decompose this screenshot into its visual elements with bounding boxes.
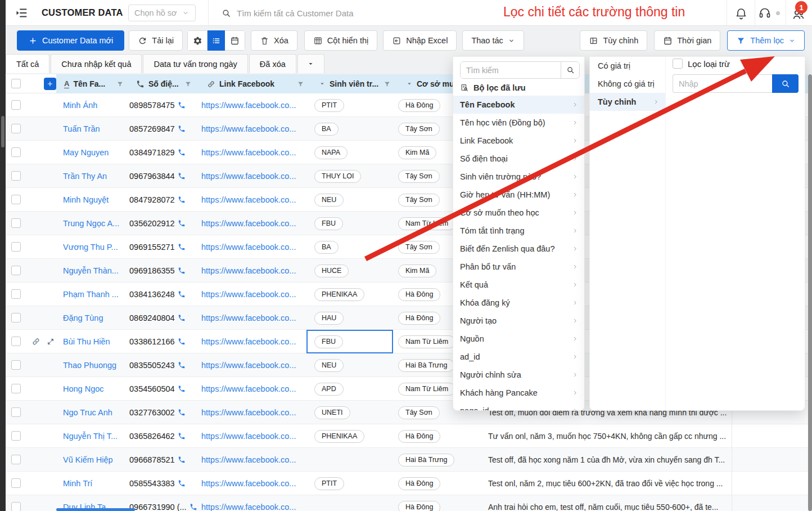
customer-name-link[interactable]: Minh Ánh: [63, 93, 126, 117]
row-checkbox[interactable]: [11, 407, 21, 417]
phone-icon[interactable]: [178, 456, 186, 464]
phone-icon[interactable]: [178, 196, 186, 204]
table-row[interactable]: Nguyễn Thị T... 0365826462 https://www.f…: [6, 424, 812, 448]
customer-name-link[interactable]: Nguyễn Thị T...: [63, 424, 126, 448]
condition-custom[interactable]: Tùy chỉnh: [590, 93, 665, 111]
customer-name-link[interactable]: Minh Trí: [63, 472, 126, 495]
facebook-link[interactable]: https://www.facebook.co...: [201, 259, 303, 283]
column-header-phone[interactable]: Số điệ...: [132, 74, 199, 93]
customer-name-link[interactable]: Vương Thu P...: [63, 235, 126, 259]
filter-field-ad-id[interactable]: ad_id: [453, 348, 584, 366]
customize-button[interactable]: Tùy chỉnh: [580, 30, 647, 51]
filter-search-button[interactable]: [561, 62, 579, 78]
customer-name-link[interactable]: Tuấn Trần: [63, 117, 126, 141]
row-checkbox[interactable]: [11, 502, 21, 511]
collapsed-sidebar[interactable]: [0, 0, 6, 511]
filter-field-nguoi-chinh-sua[interactable]: Người chỉnh sửa: [453, 366, 584, 384]
record-link-icon[interactable]: [31, 337, 40, 346]
phone-icon[interactable]: [178, 243, 186, 251]
phone-icon[interactable]: [190, 503, 197, 511]
phone-icon[interactable]: [178, 219, 186, 227]
phone-icon[interactable]: [178, 314, 186, 322]
facebook-link[interactable]: https://www.facebook.co...: [201, 377, 303, 401]
phone-icon[interactable]: [178, 432, 186, 440]
condition-has-value[interactable]: Có giá trị: [590, 57, 665, 75]
profile-select[interactable]: Chọn hồ sơ: [128, 5, 196, 21]
expand-record-icon[interactable]: [46, 337, 55, 346]
column-header-name[interactable]: A Tên Fa...: [64, 74, 130, 93]
row-checkbox[interactable]: [11, 266, 21, 275]
filter-field-link-facebook[interactable]: Link Facebook: [453, 132, 584, 150]
filter-field-page-id[interactable]: page_id: [453, 402, 584, 411]
customer-name-link[interactable]: Hong Ngoc: [63, 377, 126, 401]
add-column-button[interactable]: [44, 78, 56, 90]
visible-columns-button[interactable]: Cột hiển thị: [304, 30, 377, 51]
tab-all[interactable]: Tất cả: [6, 54, 49, 73]
filter-funnel-icon[interactable]: [184, 80, 192, 88]
phone-icon[interactable]: [178, 385, 186, 393]
saved-filters-item[interactable]: Bộ lọc đã lưu: [453, 80, 584, 96]
phone-icon[interactable]: [178, 409, 186, 416]
phone-icon[interactable]: [178, 290, 186, 298]
filter-funnel-icon[interactable]: [384, 80, 391, 88]
phone-icon[interactable]: [178, 479, 186, 487]
bell-icon[interactable]: [734, 6, 748, 20]
filter-funnel-icon[interactable]: [297, 80, 304, 88]
facebook-link[interactable]: https://www.facebook.co...: [201, 188, 303, 212]
facebook-link[interactable]: https://www.facebook.co...: [201, 117, 303, 141]
exclude-filter-checkbox[interactable]: [673, 59, 683, 69]
new-customer-data-button[interactable]: Customer Data mới: [17, 30, 124, 51]
filter-field-nguoi-tao[interactable]: Người tạo: [453, 312, 584, 330]
row-checkbox[interactable]: [11, 478, 21, 488]
filter-field-phan-bo[interactable]: Phân bổ tư vấn: [453, 258, 584, 276]
row-checkbox[interactable]: [11, 100, 21, 110]
import-excel-button[interactable]: Nhập Excel: [383, 30, 457, 51]
row-checkbox[interactable]: [11, 431, 21, 441]
tab-deleted[interactable]: Đã xóa: [249, 54, 296, 73]
select-all-checkbox[interactable]: [11, 79, 21, 88]
phone-icon[interactable]: [178, 267, 186, 275]
phone-icon[interactable]: [178, 172, 186, 180]
time-button[interactable]: Thời gian: [654, 30, 720, 51]
custom-filter-input[interactable]: [673, 74, 772, 93]
customer-name-link[interactable]: Bùi Thu Hiền: [63, 330, 126, 353]
customer-name-link[interactable]: Minh Nguyệt: [63, 188, 126, 212]
filter-field-sinh-vien-truong[interactable]: Sinh viên trường nào?: [453, 168, 584, 186]
customer-name-link[interactable]: Trần Thy An: [63, 164, 126, 188]
facebook-link[interactable]: https://www.facebook.co...: [201, 283, 303, 306]
facebook-link[interactable]: https://www.facebook.co...: [201, 472, 303, 495]
customer-name-link[interactable]: May Nguyen: [63, 141, 126, 164]
filter-search-input[interactable]: [461, 62, 561, 78]
filter-field-ket-qua[interactable]: Kết quả: [453, 276, 584, 294]
filter-field-ten-facebook[interactable]: Tên Facebook: [453, 96, 584, 114]
row-checkbox[interactable]: [11, 124, 21, 133]
phone-icon[interactable]: [178, 149, 186, 156]
filter-field-khach-hang-pancake[interactable]: Khách hàng Pancake: [453, 384, 584, 402]
custom-filter-search-button[interactable]: [772, 74, 799, 93]
customer-name-link[interactable]: Nguyễn Thàn...: [63, 259, 126, 283]
column-header-link[interactable]: Link Facebook: [200, 74, 311, 93]
facebook-link[interactable]: https://www.facebook.co...: [201, 353, 303, 377]
filter-field-biet-den[interactable]: Biết đến Zenlish qua đâu?: [453, 240, 584, 258]
facebook-link[interactable]: https://www.facebook.co...: [201, 330, 303, 353]
customer-name-link[interactable]: Đặng Tùng: [63, 306, 126, 330]
vertical-scrollbar[interactable]: [808, 74, 812, 511]
filter-funnel-icon[interactable]: [116, 80, 124, 88]
row-checkbox[interactable]: [11, 147, 21, 157]
row-checkbox[interactable]: [11, 337, 21, 346]
delete-button[interactable]: Xóa: [251, 30, 297, 51]
facebook-link[interactable]: https://www.facebook.co...: [201, 495, 303, 511]
phone-icon[interactable]: [178, 125, 186, 133]
facebook-link[interactable]: https://www.facebook.co...: [201, 424, 303, 448]
customer-name-link[interactable]: Ngo Truc Anh: [63, 401, 126, 424]
row-checkbox[interactable]: [11, 171, 21, 181]
filter-field-nguon[interactable]: Nguồn: [453, 330, 584, 348]
row-checkbox[interactable]: [11, 218, 21, 228]
filter-field-tom-tat[interactable]: Tóm tắt tình trạng: [453, 222, 584, 240]
focused-cell[interactable]: FBU: [306, 330, 393, 353]
column-header-school[interactable]: Sinh viên tr...: [312, 74, 398, 93]
horizontal-scrollbar[interactable]: [56, 508, 135, 511]
facebook-link[interactable]: https://www.facebook.co...: [201, 141, 303, 164]
customer-name-link[interactable]: Trung Ngọc A...: [63, 212, 126, 235]
tab-today[interactable]: Data tư vấn trong ngày: [143, 54, 247, 73]
